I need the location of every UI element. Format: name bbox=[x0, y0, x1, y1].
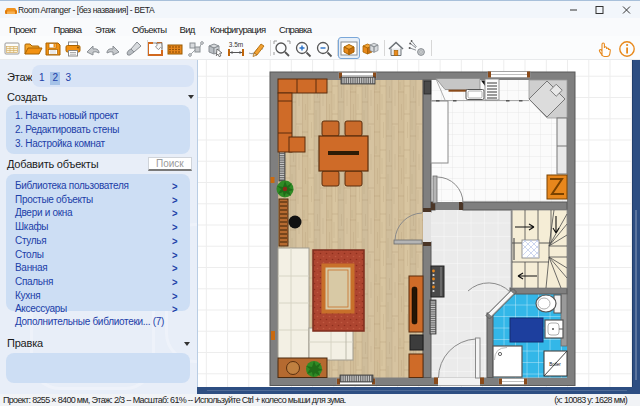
svg-text:3.5m: 3.5m bbox=[229, 41, 243, 48]
svg-text:Boiler: Boiler bbox=[549, 362, 561, 367]
